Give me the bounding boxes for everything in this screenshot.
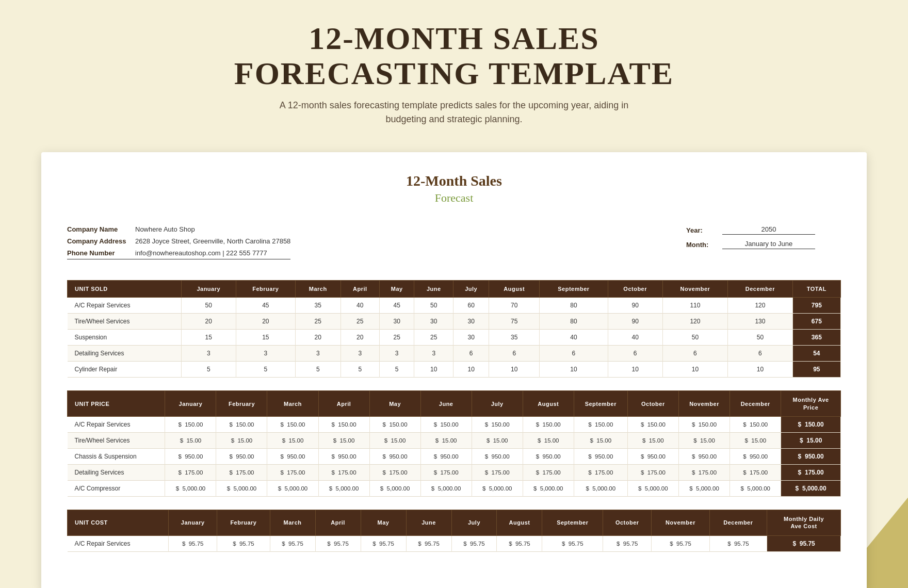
- cell: 35: [489, 330, 540, 346]
- price-cell: $ 15.00: [678, 432, 729, 448]
- company-phone-label: Phone Number: [67, 249, 129, 257]
- price-cell: $ 150.00: [627, 416, 678, 432]
- cell: Tire/Wheel Services: [68, 314, 182, 330]
- cell: 6: [453, 346, 489, 362]
- main-title: 12-MONTH SALES FORECASTING TEMPLATE: [10, 21, 898, 91]
- cell: 10: [728, 362, 792, 378]
- price-cell: $ 5,000.00: [420, 480, 472, 496]
- price-cell: $ 950.00: [678, 448, 729, 464]
- price-cell: $ 950.00: [472, 448, 523, 464]
- cost-col-june: June: [406, 510, 451, 535]
- doc-title-main: 12-Month Sales: [67, 173, 841, 189]
- units-sold-table: UNIT SOLD January February March April M…: [67, 280, 841, 378]
- company-name-row: Company Name Nowhere Auto Shop: [67, 225, 290, 233]
- cost-col-december: December: [709, 510, 767, 535]
- cell: 10: [662, 362, 727, 378]
- cell: 45: [379, 298, 414, 314]
- doc-title-sub: Forecast: [67, 191, 841, 205]
- price-cell: $ 5,000.00: [678, 480, 729, 496]
- avg-price-cell: $ 950.00: [781, 448, 841, 464]
- col-august: August: [489, 281, 540, 298]
- avg-price-cell: $ 150.00: [781, 416, 841, 432]
- table-row: A/C Repair Services$ 95.75$ 95.75$ 95.75…: [68, 535, 841, 551]
- avg-price-cell: $ 5,000.00: [781, 480, 841, 496]
- service-name-cell: Chassis & Suspension: [68, 448, 165, 464]
- company-left: Company Name Nowhere Auto Shop Company A…: [67, 225, 290, 259]
- cost-col-avg: Monthly DailyAve Cost: [767, 510, 841, 535]
- cell: 6: [662, 346, 727, 362]
- cost-cell: $ 95.75: [603, 535, 652, 551]
- col-october: October: [608, 281, 662, 298]
- table-row: A/C Repair Services$ 150.00$ 150.00$ 150…: [68, 416, 841, 432]
- price-cell: $ 950.00: [318, 448, 369, 464]
- cell: 25: [340, 314, 379, 330]
- cost-col-november: November: [652, 510, 709, 535]
- price-cell: $ 150.00: [165, 416, 216, 432]
- price-cell: $ 175.00: [369, 464, 420, 480]
- cost-cell: $ 95.75: [497, 535, 542, 551]
- price-cell: $ 5,000.00: [216, 480, 267, 496]
- company-name-label: Company Name: [67, 225, 129, 233]
- cell: 30: [379, 314, 414, 330]
- price-cell: $ 950.00: [627, 448, 678, 464]
- price-cell: $ 15.00: [216, 432, 267, 448]
- cell: 10: [540, 362, 608, 378]
- price-cell: $ 15.00: [627, 432, 678, 448]
- cell: 6: [608, 346, 662, 362]
- cell: 15: [181, 330, 236, 346]
- price-cell: $ 5,000.00: [574, 480, 627, 496]
- price-cell: $ 5,000.00: [267, 480, 318, 496]
- price-cell: $ 15.00: [420, 432, 472, 448]
- cost-col-unit: UNIT COST: [68, 510, 169, 535]
- price-cell: $ 950.00: [730, 448, 781, 464]
- cost-cell: $ 95.75: [315, 535, 361, 551]
- col-september: September: [540, 281, 608, 298]
- col-may: May: [379, 281, 414, 298]
- units-sold-table-section: UNIT SOLD January February March April M…: [67, 280, 841, 378]
- month-row: Month: January to June: [686, 240, 841, 249]
- cell: 110: [662, 298, 727, 314]
- price-cell: $ 175.00: [627, 464, 678, 480]
- price-cell: $ 175.00: [420, 464, 472, 480]
- price-cell: $ 15.00: [369, 432, 420, 448]
- cost-col-january: January: [169, 510, 217, 535]
- unit-cost-header-row: UNIT COST January February March April M…: [68, 510, 841, 535]
- total-cell: 795: [792, 298, 840, 314]
- year-value: 2050: [722, 225, 815, 235]
- cost-col-february: February: [217, 510, 270, 535]
- cost-col-april: April: [315, 510, 361, 535]
- cost-col-august: August: [497, 510, 542, 535]
- cell: 70: [489, 298, 540, 314]
- company-address-value: 2628 Joyce Street, Greenville, North Car…: [135, 237, 290, 245]
- header-section: 12-MONTH SALES FORECASTING TEMPLATE A 12…: [0, 0, 908, 142]
- company-address-label: Company Address: [67, 237, 129, 245]
- price-col-may: May: [369, 391, 420, 417]
- price-cell: $ 950.00: [369, 448, 420, 464]
- cell: 30: [453, 330, 489, 346]
- cell: 90: [608, 314, 662, 330]
- total-cell: 95: [792, 362, 840, 378]
- price-cell: $ 175.00: [678, 464, 729, 480]
- price-cell: $ 950.00: [574, 448, 627, 464]
- cell: 6: [489, 346, 540, 362]
- price-cell: $ 150.00: [420, 416, 472, 432]
- price-cell: $ 5,000.00: [165, 480, 216, 496]
- price-col-october: October: [627, 391, 678, 417]
- avg-price-cell: $ 175.00: [781, 464, 841, 480]
- cell: 50: [181, 298, 236, 314]
- table-row: Detailing Services33333366666654: [68, 346, 841, 362]
- price-cell: $ 175.00: [574, 464, 627, 480]
- company-phone-row: Phone Number info@nowhereautoshop.com | …: [67, 249, 290, 259]
- cost-cell: $ 95.75: [451, 535, 497, 551]
- price-cell: $ 15.00: [267, 432, 318, 448]
- header-description: A 12-month sales forecasting template pr…: [10, 99, 898, 126]
- price-col-july: July: [472, 391, 523, 417]
- avg-price-cell: $ 15.00: [781, 432, 841, 448]
- units-sold-header-row: UNIT SOLD January February March April M…: [68, 281, 841, 298]
- price-cell: $ 5,000.00: [730, 480, 781, 496]
- total-cell: 365: [792, 330, 840, 346]
- cell: 50: [414, 298, 453, 314]
- cell: 60: [453, 298, 489, 314]
- table-row: Chassis & Suspension$ 950.00$ 950.00$ 95…: [68, 448, 841, 464]
- cell: 3: [379, 346, 414, 362]
